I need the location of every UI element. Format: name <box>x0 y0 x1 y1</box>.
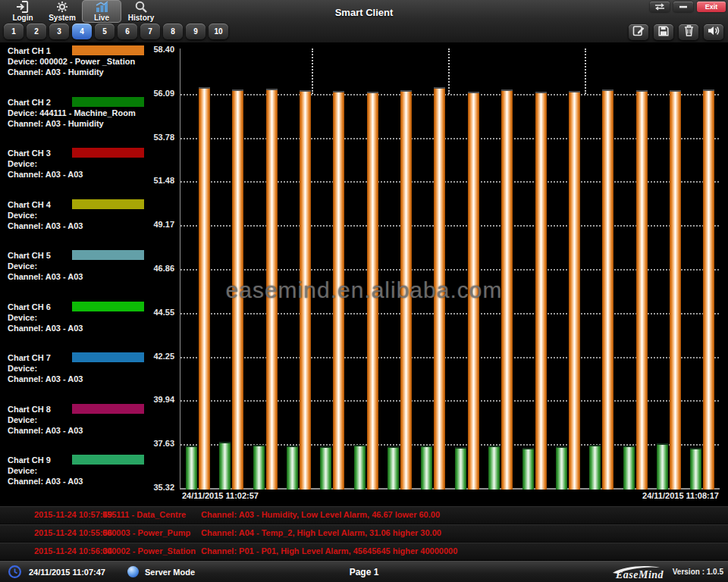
nav-label-login: Login <box>12 14 33 22</box>
bar-ch2 <box>186 446 197 490</box>
refresh-icon[interactable] <box>650 2 670 12</box>
speaker-icon-button[interactable] <box>704 24 723 40</box>
smart-client-window: LoginSystemLiveHistory Smart Client Exit… <box>0 0 728 582</box>
tab-9[interactable]: 9 <box>186 23 206 39</box>
trash-icon-button[interactable] <box>679 24 698 40</box>
toolbar-actions <box>629 24 723 40</box>
bar-ch2 <box>253 445 265 490</box>
nav-label-history: History <box>128 14 154 22</box>
y-tick-label: 56.09 <box>139 89 174 98</box>
version-label: Version : 1.0.5 <box>673 568 723 576</box>
bar-ch2 <box>522 448 534 490</box>
y-tick-label: 58.40 <box>139 45 174 54</box>
y-tick-label: 39.94 <box>139 395 174 404</box>
y-tick-label: 42.25 <box>139 352 174 361</box>
y-tick-label: 44.55 <box>139 308 174 317</box>
bar-ch2 <box>287 446 298 490</box>
bar-ch2 <box>589 445 601 490</box>
nav-item-login[interactable]: Login <box>3 0 42 23</box>
bar-ch2 <box>354 445 366 490</box>
nav-item-history[interactable]: History <box>121 0 161 23</box>
window-controls: Exit <box>650 2 726 12</box>
alarm-message: Channel: A03 - Humidity, Low Level Alarm… <box>201 510 440 519</box>
bar-ch2 <box>488 446 500 490</box>
alarm-message: Channel: A04 - Temp_2, High Level Alarm,… <box>201 528 441 537</box>
bar-ch2 <box>556 446 567 490</box>
live-icon <box>93 0 110 14</box>
status-bar: 24/11/2015 11:07:47 Server Mode Page 1 E… <box>0 561 728 582</box>
exit-button[interactable]: Exit <box>697 2 726 12</box>
tab-6[interactable]: 6 <box>118 23 137 39</box>
bar-ch2 <box>320 446 331 490</box>
y-tick-label: 49.17 <box>139 220 174 229</box>
edit-icon <box>632 24 645 40</box>
alarm-log: 2015-11-24 10:57:49555111 - Data_CentreC… <box>0 506 728 560</box>
tab-5[interactable]: 5 <box>95 23 115 39</box>
alarm-row[interactable]: 2015-11-24 10:55:56000003 - Power_PumpCh… <box>0 524 728 542</box>
system-icon <box>55 0 70 14</box>
y-tick-label: 53.78 <box>139 133 174 142</box>
easemind-logo: EaseMind <box>614 566 673 580</box>
y-tick-label: 37.63 <box>139 439 174 448</box>
tab-8[interactable]: 8 <box>163 23 183 39</box>
y-tick-label: 46.86 <box>139 264 174 273</box>
save-icon <box>657 25 670 40</box>
tab-10[interactable]: 10 <box>209 23 228 39</box>
x-axis-start-label: 24/11/2015 11:02:57 <box>182 491 259 500</box>
nav-label-system: System <box>49 14 76 22</box>
trash-icon <box>683 24 695 40</box>
alarm-device: 555111 - Data_Centre <box>102 510 186 519</box>
alarm-time: 2015-11-24 10:57:49 <box>34 510 112 519</box>
tab-4[interactable]: 4 <box>72 23 92 39</box>
y-tick-label: 51.48 <box>139 176 174 185</box>
y-tick-label: 35.32 <box>139 483 174 492</box>
bar-ch2 <box>623 446 635 490</box>
alarm-time: 2015-11-24 10:56:34 <box>34 546 112 555</box>
alarm-row[interactable]: 2015-11-24 10:56:34000002 - Power_Statio… <box>0 543 728 560</box>
bar-ch2 <box>388 446 399 490</box>
alarm-device: 000003 - Power_Pump <box>102 528 190 537</box>
bar-ch2 <box>219 442 231 490</box>
save-icon-button[interactable] <box>654 24 673 40</box>
x-axis-end-label: 24/11/2015 11:08:17 <box>642 491 719 500</box>
live-chart: easemind.en.alibaba.com 24/11/2015 11:02… <box>0 42 728 506</box>
alarm-message: Channel: P01 - P01, High Level Alarm, 45… <box>201 546 457 555</box>
alarm-time: 2015-11-24 10:55:56 <box>34 528 112 537</box>
main-nav: LoginSystemLiveHistory <box>3 0 161 23</box>
bar-ch2 <box>657 443 668 490</box>
nav-item-system[interactable]: System <box>42 0 82 23</box>
tab-1[interactable]: 1 <box>4 23 24 39</box>
login-icon <box>15 0 30 14</box>
header: LoginSystemLiveHistory Smart Client Exit… <box>0 0 728 43</box>
alarm-row[interactable]: 2015-11-24 10:57:49555111 - Data_CentreC… <box>0 506 728 524</box>
brand-text: EaseMind <box>616 569 664 581</box>
alarm-device: 000002 - Power_Station <box>102 546 196 555</box>
nav-item-live[interactable]: Live <box>82 0 121 23</box>
history-icon <box>133 0 149 14</box>
v-gridline <box>312 48 313 94</box>
edit-icon-button[interactable] <box>629 24 648 40</box>
nav-label-live: Live <box>94 14 109 22</box>
bar-ch2 <box>455 447 466 490</box>
watermark-text: easemind.en.alibaba.com <box>0 277 728 303</box>
bar-ch2 <box>690 448 701 490</box>
minimize-icon[interactable] <box>673 2 693 12</box>
v-gridline <box>448 48 450 94</box>
tab-2[interactable]: 2 <box>27 23 46 39</box>
tab-3[interactable]: 3 <box>49 23 69 39</box>
tab-7[interactable]: 7 <box>140 23 160 39</box>
speaker-icon <box>707 25 720 39</box>
page-tabs: 12345678910 <box>4 23 228 39</box>
v-gridline <box>585 48 586 94</box>
bar-ch2 <box>421 446 432 490</box>
